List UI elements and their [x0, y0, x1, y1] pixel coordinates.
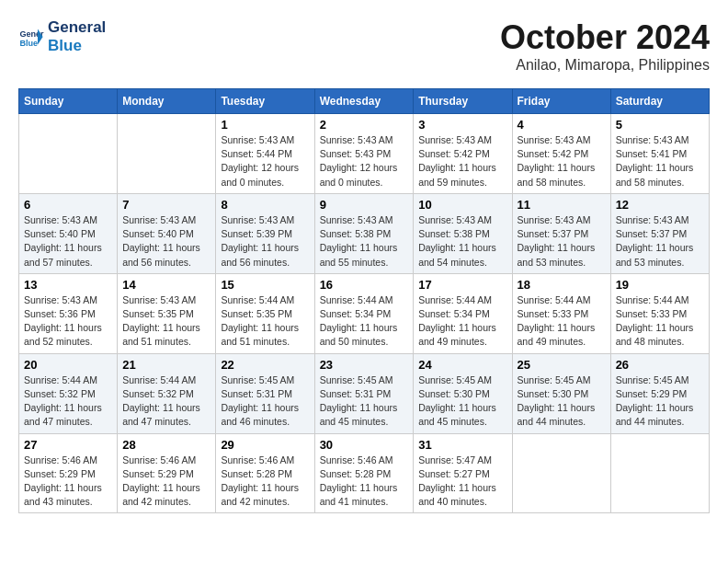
title-area: October 2024 Anilao, Mimaropa, Philippin… [500, 18, 710, 74]
logo-icon: General Blue [18, 24, 44, 50]
weekday-wednesday: Wednesday [314, 89, 414, 114]
calendar-cell: 10Sunrise: 5:43 AMSunset: 5:38 PMDayligh… [414, 193, 512, 273]
calendar-cell [512, 433, 610, 513]
day-number: 8 [221, 198, 309, 212]
weekday-monday: Monday [118, 89, 216, 114]
day-info: Sunrise: 5:43 AMSunset: 5:42 PMDaylight:… [518, 133, 606, 190]
weekday-tuesday: Tuesday [216, 89, 314, 114]
calendar-cell: 20Sunrise: 5:44 AMSunset: 5:32 PMDayligh… [19, 353, 118, 433]
day-info: Sunrise: 5:44 AMSunset: 5:34 PMDaylight:… [418, 293, 506, 350]
day-info: Sunrise: 5:43 AMSunset: 5:43 PMDaylight:… [320, 133, 409, 190]
weekday-saturday: Saturday [610, 89, 709, 114]
day-number: 29 [221, 438, 309, 452]
day-info: Sunrise: 5:43 AMSunset: 5:40 PMDaylight:… [24, 213, 112, 270]
day-info: Sunrise: 5:43 AMSunset: 5:41 PMDaylight:… [616, 133, 704, 190]
calendar-cell: 17Sunrise: 5:44 AMSunset: 5:34 PMDayligh… [414, 273, 512, 353]
page-header: General Blue General Blue October 2024 A… [18, 18, 710, 74]
calendar-body: 1Sunrise: 5:43 AMSunset: 5:44 PMDaylight… [19, 114, 710, 513]
logo: General Blue General Blue [18, 18, 106, 56]
day-info: Sunrise: 5:43 AMSunset: 5:37 PMDaylight:… [616, 213, 704, 270]
day-info: Sunrise: 5:45 AMSunset: 5:30 PMDaylight:… [418, 373, 506, 430]
day-info: Sunrise: 5:44 AMSunset: 5:32 PMDaylight:… [24, 373, 112, 430]
day-info: Sunrise: 5:44 AMSunset: 5:33 PMDaylight:… [616, 293, 704, 350]
day-number: 13 [24, 278, 112, 292]
day-info: Sunrise: 5:43 AMSunset: 5:35 PMDaylight:… [122, 293, 210, 350]
day-info: Sunrise: 5:43 AMSunset: 5:44 PMDaylight:… [221, 133, 309, 190]
calendar-cell: 6Sunrise: 5:43 AMSunset: 5:40 PMDaylight… [19, 193, 118, 273]
day-number: 14 [122, 278, 210, 292]
day-info: Sunrise: 5:45 AMSunset: 5:30 PMDaylight:… [518, 373, 606, 430]
day-info: Sunrise: 5:46 AMSunset: 5:29 PMDaylight:… [24, 454, 112, 510]
calendar-cell: 12Sunrise: 5:43 AMSunset: 5:37 PMDayligh… [610, 193, 709, 273]
day-number: 11 [518, 198, 606, 212]
svg-text:Blue: Blue [19, 39, 38, 48]
calendar-cell: 25Sunrise: 5:45 AMSunset: 5:30 PMDayligh… [512, 353, 610, 433]
weekday-thursday: Thursday [414, 89, 512, 114]
day-info: Sunrise: 5:45 AMSunset: 5:31 PMDaylight:… [320, 373, 409, 430]
day-info: Sunrise: 5:44 AMSunset: 5:32 PMDaylight:… [122, 373, 210, 430]
logo-blue: Blue [48, 37, 106, 55]
day-number: 6 [24, 198, 112, 212]
day-number: 10 [418, 198, 506, 212]
day-info: Sunrise: 5:43 AMSunset: 5:39 PMDaylight:… [221, 213, 309, 270]
calendar-cell: 16Sunrise: 5:44 AMSunset: 5:34 PMDayligh… [314, 273, 414, 353]
calendar-cell: 11Sunrise: 5:43 AMSunset: 5:37 PMDayligh… [512, 193, 610, 273]
day-number: 1 [221, 118, 309, 132]
calendar-cell: 27Sunrise: 5:46 AMSunset: 5:29 PMDayligh… [19, 433, 118, 513]
calendar-week-1: 1Sunrise: 5:43 AMSunset: 5:44 PMDaylight… [19, 114, 710, 194]
day-number: 25 [518, 358, 606, 372]
calendar-cell: 4Sunrise: 5:43 AMSunset: 5:42 PMDaylight… [512, 114, 610, 194]
day-number: 28 [122, 438, 210, 452]
calendar-cell: 29Sunrise: 5:46 AMSunset: 5:28 PMDayligh… [216, 433, 314, 513]
calendar-cell: 22Sunrise: 5:45 AMSunset: 5:31 PMDayligh… [216, 353, 314, 433]
calendar-week-3: 13Sunrise: 5:43 AMSunset: 5:36 PMDayligh… [19, 273, 710, 353]
day-number: 26 [616, 358, 704, 372]
day-number: 4 [518, 118, 606, 132]
calendar-cell: 15Sunrise: 5:44 AMSunset: 5:35 PMDayligh… [216, 273, 314, 353]
day-number: 7 [122, 198, 210, 212]
day-number: 27 [24, 438, 112, 452]
calendar-cell [19, 114, 118, 194]
calendar-cell: 30Sunrise: 5:46 AMSunset: 5:28 PMDayligh… [314, 433, 414, 513]
day-number: 30 [320, 438, 409, 452]
logo-general: General [48, 18, 106, 37]
calendar-cell: 5Sunrise: 5:43 AMSunset: 5:41 PMDaylight… [610, 114, 709, 194]
day-number: 12 [616, 198, 704, 212]
day-info: Sunrise: 5:43 AMSunset: 5:37 PMDaylight:… [518, 213, 606, 270]
calendar-cell: 23Sunrise: 5:45 AMSunset: 5:31 PMDayligh… [314, 353, 414, 433]
day-info: Sunrise: 5:44 AMSunset: 5:34 PMDaylight:… [320, 293, 409, 350]
day-info: Sunrise: 5:46 AMSunset: 5:29 PMDaylight:… [122, 454, 210, 510]
day-info: Sunrise: 5:47 AMSunset: 5:27 PMDaylight:… [418, 454, 506, 510]
calendar-cell [610, 433, 709, 513]
day-info: Sunrise: 5:44 AMSunset: 5:33 PMDaylight:… [518, 293, 606, 350]
calendar-cell: 8Sunrise: 5:43 AMSunset: 5:39 PMDaylight… [216, 193, 314, 273]
calendar-cell: 18Sunrise: 5:44 AMSunset: 5:33 PMDayligh… [512, 273, 610, 353]
day-number: 15 [221, 278, 309, 292]
calendar-cell: 14Sunrise: 5:43 AMSunset: 5:35 PMDayligh… [118, 273, 216, 353]
day-number: 20 [24, 358, 112, 372]
calendar-cell: 3Sunrise: 5:43 AMSunset: 5:42 PMDaylight… [414, 114, 512, 194]
day-info: Sunrise: 5:46 AMSunset: 5:28 PMDaylight:… [320, 454, 409, 510]
day-number: 31 [418, 438, 506, 452]
day-info: Sunrise: 5:44 AMSunset: 5:35 PMDaylight:… [221, 293, 309, 350]
day-info: Sunrise: 5:43 AMSunset: 5:42 PMDaylight:… [418, 133, 506, 190]
calendar-week-2: 6Sunrise: 5:43 AMSunset: 5:40 PMDaylight… [19, 193, 710, 273]
day-info: Sunrise: 5:43 AMSunset: 5:38 PMDaylight:… [320, 213, 409, 270]
day-number: 16 [320, 278, 409, 292]
calendar-cell: 1Sunrise: 5:43 AMSunset: 5:44 PMDaylight… [216, 114, 314, 194]
calendar-table: SundayMondayTuesdayWednesdayThursdayFrid… [18, 88, 710, 513]
day-number: 5 [616, 118, 704, 132]
day-number: 2 [320, 118, 409, 132]
calendar-cell: 24Sunrise: 5:45 AMSunset: 5:30 PMDayligh… [414, 353, 512, 433]
weekday-sunday: Sunday [19, 89, 118, 114]
day-number: 19 [616, 278, 704, 292]
calendar-cell: 21Sunrise: 5:44 AMSunset: 5:32 PMDayligh… [118, 353, 216, 433]
weekday-friday: Friday [512, 89, 610, 114]
day-number: 18 [518, 278, 606, 292]
day-number: 24 [418, 358, 506, 372]
calendar-cell: 7Sunrise: 5:43 AMSunset: 5:40 PMDaylight… [118, 193, 216, 273]
location-title: Anilao, Mimaropa, Philippines [500, 57, 710, 74]
calendar-week-5: 27Sunrise: 5:46 AMSunset: 5:29 PMDayligh… [19, 433, 710, 513]
day-info: Sunrise: 5:43 AMSunset: 5:40 PMDaylight:… [122, 213, 210, 270]
day-number: 9 [320, 198, 409, 212]
